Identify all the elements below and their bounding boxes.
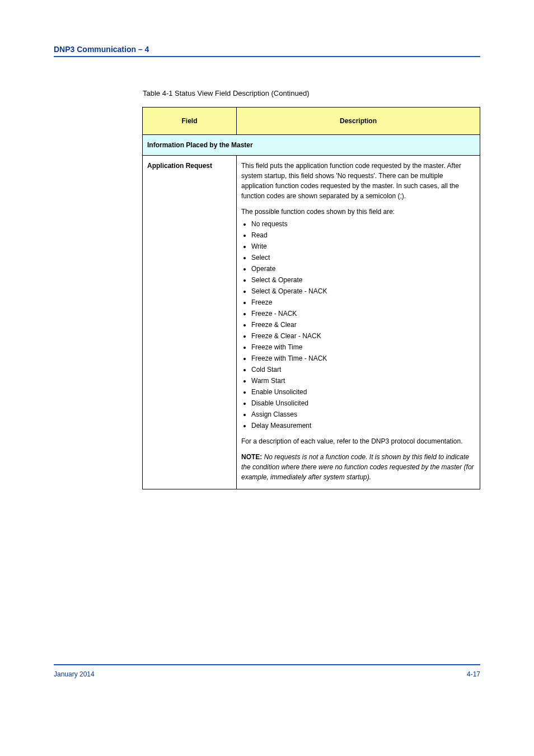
- list-item: Cold Start: [251, 365, 475, 375]
- list-item: Freeze & Clear: [251, 320, 475, 330]
- list-item: Freeze with Time: [251, 342, 475, 352]
- status-view-table: Field Description Information Placed by …: [142, 107, 480, 489]
- list-item: Disable Unsolicited: [251, 398, 475, 408]
- footer-rule: [54, 664, 480, 665]
- desc-paragraph: This field puts the application function…: [241, 161, 475, 201]
- header-rule: [54, 56, 480, 57]
- footer-page-number: 4-17: [467, 670, 480, 678]
- section-header: Information Placed by the Master: [143, 135, 480, 156]
- list-item: Write: [251, 241, 475, 251]
- list-item: No requests: [251, 219, 475, 229]
- list-item: Freeze with Time - NACK: [251, 353, 475, 363]
- list-item: Freeze: [251, 297, 475, 307]
- list-item: Operate: [251, 264, 475, 274]
- note-body: No requests is not a function code. It i…: [241, 453, 474, 481]
- table-row: Application Request This field puts the …: [143, 156, 480, 489]
- page-title: DNP3 Communication – 4: [54, 45, 149, 54]
- table-section-row: Information Placed by the Master: [143, 135, 480, 156]
- function-code-list: No requests Read Write Select Operate Se…: [251, 219, 475, 431]
- list-item: Freeze - NACK: [251, 309, 475, 319]
- cell-description: This field puts the application function…: [237, 156, 480, 489]
- list-item: Select: [251, 253, 475, 263]
- list-item: Warm Start: [251, 376, 475, 386]
- list-item: Assign Classes: [251, 409, 475, 419]
- column-header-field: Field: [143, 108, 237, 135]
- column-header-description: Description: [237, 108, 480, 135]
- table-caption: Table 4-1 Status View Field Description …: [143, 89, 309, 97]
- list-item: Read: [251, 230, 475, 240]
- note-label: NOTE:: [241, 453, 262, 461]
- desc-paragraph: The possible function codes shown by thi…: [241, 207, 475, 217]
- list-item: Enable Unsolicited: [251, 387, 475, 397]
- desc-paragraph: For a description of each value, refer t…: [241, 436, 475, 446]
- list-item: Freeze & Clear - NACK: [251, 331, 475, 341]
- cell-field-name: Application Request: [143, 156, 237, 489]
- footer-date: January 2014: [54, 670, 95, 678]
- list-item: Select & Operate: [251, 275, 475, 285]
- table-header-row: Field Description: [143, 108, 480, 135]
- list-item: Select & Operate - NACK: [251, 286, 475, 296]
- list-item: Delay Measurement: [251, 421, 475, 431]
- desc-note: NOTE: No requests is not a function code…: [241, 452, 475, 482]
